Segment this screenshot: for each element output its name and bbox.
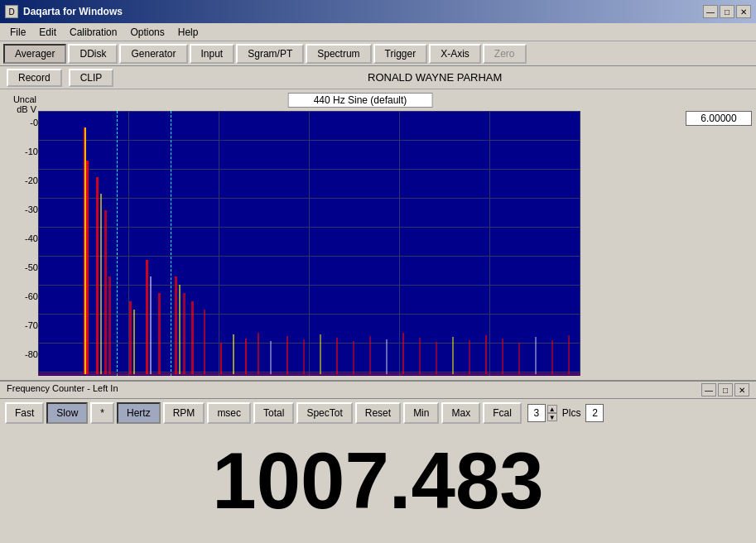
fc-star-btn[interactable]: *: [90, 402, 114, 424]
y-label-0: -0: [30, 118, 38, 147]
plcs-arrows[interactable]: ▲ ▼: [547, 405, 557, 421]
title-bar: D Daqarta for Windows — □ ✕: [0, 0, 756, 23]
y-label-20: -20: [25, 175, 38, 204]
fc-fcal-btn[interactable]: Fcal: [483, 402, 522, 424]
record-bar: Record CLIP RONALD WAYNE PARHAM: [0, 66, 756, 89]
fc-hertz-btn[interactable]: Hertz: [117, 402, 161, 424]
menu-file[interactable]: File: [3, 25, 32, 40]
svg-rect-34: [469, 340, 470, 374]
y-label-50: -50: [25, 262, 38, 291]
freq-counter-maximize[interactable]: □: [718, 383, 733, 396]
svg-rect-2: [84, 127, 86, 374]
chart-container: 440 Hz Sine (default): [38, 93, 682, 407]
fc-fast-btn[interactable]: Fast: [5, 402, 44, 424]
menu-help[interactable]: Help: [171, 25, 205, 40]
record-name: RONALD WAYNE PARHAM: [120, 71, 749, 84]
svg-rect-15: [183, 293, 185, 374]
freq-counter-title-bar: Frequency Counter - Left In — □ ✕: [0, 382, 756, 399]
svg-rect-11: [150, 276, 152, 374]
menu-bar: File Edit Calibration Options Help: [0, 23, 756, 41]
top-axis-value: 6.00000: [686, 111, 752, 126]
spectrum-chart[interactable]: [38, 111, 580, 376]
main-area: Uncal dB V -0 -10 -20 -30 -40 -50 -60 -7…: [0, 89, 756, 411]
clip-button[interactable]: CLIP: [69, 69, 114, 87]
maximize-button[interactable]: □: [720, 5, 734, 18]
fc-slow-btn[interactable]: Slow: [46, 402, 88, 424]
chart-section: Uncal dB V -0 -10 -20 -30 -40 -50 -60 -7…: [3, 93, 753, 407]
fc-total-btn[interactable]: Total: [253, 402, 294, 424]
svg-rect-26: [336, 338, 338, 374]
window-controls[interactable]: — □ ✕: [703, 5, 751, 18]
y-axis-area: Uncal dB V -0 -10 -20 -30 -40 -50 -60 -7…: [3, 93, 38, 407]
plcs-spinner: 3 ▲ ▼ Plcs 2: [527, 404, 604, 422]
uncal-labels: Uncal dB V: [3, 93, 38, 114]
svg-rect-20: [245, 339, 247, 374]
frequency-display: 1007.483: [0, 427, 756, 543]
svg-rect-22: [270, 341, 272, 374]
svg-rect-21: [258, 333, 259, 374]
menu-options[interactable]: Options: [123, 25, 171, 40]
fc-min-btn[interactable]: Min: [403, 402, 439, 424]
svg-rect-3: [86, 161, 89, 374]
svg-rect-32: [436, 342, 437, 374]
svg-rect-13: [175, 276, 177, 374]
y-axis-labels: -0 -10 -20 -30 -40 -50 -60 -70 -80 -90: [3, 114, 38, 407]
svg-rect-39: [551, 340, 553, 374]
plcs-value: 3: [527, 404, 546, 422]
svg-rect-24: [303, 339, 305, 374]
svg-rect-16: [191, 301, 194, 374]
tab-xaxis[interactable]: X-Axis: [429, 44, 481, 64]
right-value: 2: [585, 404, 604, 422]
tab-ddisk[interactable]: DDisk: [68, 44, 118, 64]
svg-rect-17: [204, 310, 205, 374]
minimize-button[interactable]: —: [703, 5, 718, 18]
y-label-10: -10: [25, 147, 38, 175]
freq-counter-title-text: Frequency Counter - Left In: [7, 383, 118, 396]
freq-counter-buttons: Fast Slow * Hertz RPM msec Total SpecTot…: [0, 399, 756, 427]
menu-calibration[interactable]: Calibration: [63, 25, 123, 40]
svg-rect-6: [104, 210, 107, 374]
svg-rect-9: [133, 310, 135, 374]
svg-rect-25: [320, 334, 321, 374]
freq-counter-close[interactable]: ✕: [734, 383, 749, 396]
uncal-label: Uncal: [13, 94, 36, 104]
y-label-40: -40: [25, 233, 38, 262]
plcs-up-arrow[interactable]: ▲: [547, 405, 557, 413]
fc-reset-btn[interactable]: Reset: [355, 402, 401, 424]
tab-spectrum[interactable]: Spectrum: [306, 44, 371, 64]
svg-rect-14: [179, 285, 181, 374]
tab-sgram[interactable]: Sgram/PT: [236, 44, 304, 64]
fc-rpm-btn[interactable]: RPM: [163, 402, 205, 424]
svg-rect-7: [108, 276, 111, 374]
freq-counter-controls-right[interactable]: — □ ✕: [701, 383, 749, 396]
tab-generator[interactable]: Generator: [119, 44, 187, 64]
svg-rect-10: [146, 260, 148, 374]
dbv-label: dB V: [17, 104, 36, 114]
svg-rect-33: [452, 337, 454, 374]
plcs-label: Plcs: [562, 407, 581, 419]
svg-rect-35: [485, 335, 487, 374]
freq-counter-minimize[interactable]: —: [701, 383, 716, 396]
signal-label: 440 Hz Sine (default): [288, 93, 433, 108]
tab-input[interactable]: Input: [190, 44, 235, 64]
svg-rect-18: [220, 343, 222, 374]
svg-rect-4: [96, 177, 99, 374]
tab-zero[interactable]: Zero: [483, 44, 527, 64]
fc-msec-btn[interactable]: msec: [207, 402, 251, 424]
tab-trigger[interactable]: Trigger: [373, 44, 428, 64]
y-label-70: -70: [25, 320, 38, 349]
y-label-80: -80: [25, 349, 38, 378]
svg-rect-37: [518, 343, 520, 374]
menu-edit[interactable]: Edit: [32, 25, 63, 40]
close-button[interactable]: ✕: [736, 5, 751, 18]
plcs-down-arrow[interactable]: ▼: [547, 413, 557, 421]
tab-averager[interactable]: Averager: [3, 44, 66, 64]
fc-spectot-btn[interactable]: SpecTot: [296, 402, 352, 424]
svg-rect-31: [419, 338, 421, 374]
record-button[interactable]: Record: [7, 69, 62, 87]
frequency-counter-panel: Frequency Counter - Left In — □ ✕ Fast S…: [0, 380, 756, 543]
svg-rect-36: [502, 339, 503, 374]
svg-rect-19: [233, 334, 234, 374]
fc-max-btn[interactable]: Max: [441, 402, 480, 424]
title-bar-left: D Daqarta for Windows: [5, 5, 123, 18]
